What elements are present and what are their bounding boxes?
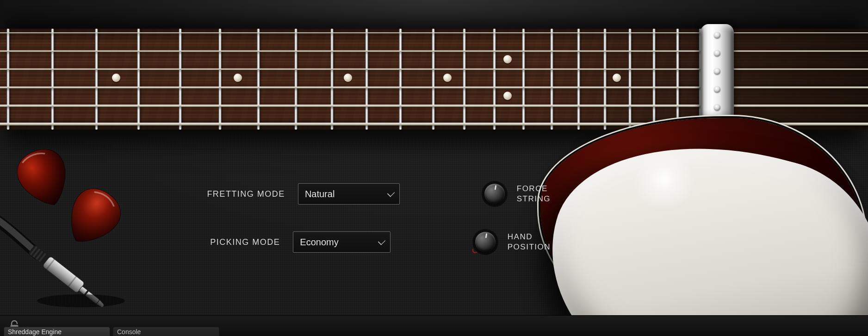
pickup-pole bbox=[714, 122, 720, 129]
force-string-knob[interactable] bbox=[484, 184, 505, 204]
fretting-mode-label: FRETTING MODE bbox=[199, 189, 285, 199]
fretting-row: FRETTING MODE Natural FORCE STRING bbox=[199, 180, 551, 207]
tab-strip: Shreddage Engine Console bbox=[4, 327, 864, 336]
instrument-ui-stage: FRETTING MODE Natural FORCE STRING PICKI… bbox=[0, 0, 868, 336]
fretboard[interactable] bbox=[0, 29, 868, 130]
picking-row: PICKING MODE Economy HAND POSITION bbox=[199, 229, 551, 255]
pickup-pole bbox=[714, 86, 720, 93]
pickup-pole bbox=[714, 104, 720, 111]
force-string-group: FORCE STRING bbox=[484, 184, 551, 204]
hand-position-label: HAND POSITION bbox=[508, 232, 551, 252]
pickup-pole bbox=[714, 68, 720, 75]
force-string-label: FORCE STRING bbox=[517, 184, 551, 204]
tab-shreddage-engine[interactable]: Shreddage Engine bbox=[4, 327, 110, 336]
pickup-pole bbox=[714, 50, 720, 56]
tab-label: Shreddage Engine bbox=[8, 328, 62, 336]
guitar-pickup bbox=[701, 24, 734, 134]
tab-label: Console bbox=[117, 328, 141, 336]
performance-controls: FRETTING MODE Natural FORCE STRING PICKI… bbox=[199, 180, 551, 277]
pickup-pole bbox=[714, 32, 720, 38]
picking-mode-label: PICKING MODE bbox=[199, 237, 280, 247]
hand-position-knob[interactable] bbox=[475, 232, 496, 252]
picking-mode-select[interactable]: Economy bbox=[293, 231, 390, 253]
picking-mode-value: Economy bbox=[300, 237, 338, 248]
fretting-mode-select[interactable]: Natural bbox=[298, 183, 400, 205]
chevron-down-icon bbox=[387, 189, 395, 197]
hand-position-group: HAND POSITION bbox=[475, 232, 551, 252]
fretting-mode-value: Natural bbox=[305, 189, 335, 199]
chevron-down-icon bbox=[378, 237, 385, 245]
tab-console[interactable]: Console bbox=[113, 327, 219, 336]
status-bar: Shreddage Engine Console bbox=[0, 315, 868, 336]
